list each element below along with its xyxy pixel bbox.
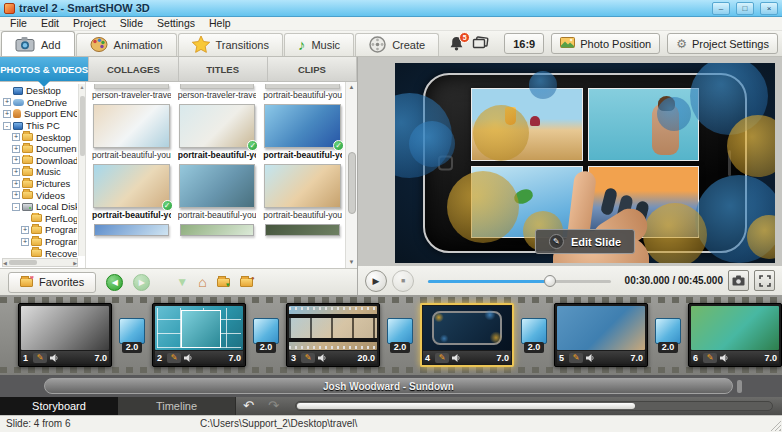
- resize-grip[interactable]: [770, 420, 781, 431]
- slide-6[interactable]: 6✎7.0: [688, 303, 782, 367]
- expander-icon[interactable]: +: [12, 168, 20, 176]
- storyboard-scrollbar[interactable]: [295, 401, 773, 411]
- expander-icon[interactable]: -: [12, 203, 20, 211]
- snapshot-button[interactable]: [728, 270, 749, 291]
- speaker-icon[interactable]: [586, 354, 595, 362]
- photo-thumbnail[interactable]: [264, 164, 341, 208]
- expander-icon[interactable]: +: [21, 238, 29, 246]
- photo-thumbnail-partial[interactable]: [94, 224, 169, 236]
- tree-hscroll-thumb[interactable]: [9, 260, 37, 265]
- ribbon-tab-add[interactable]: Add: [1, 31, 75, 56]
- expander-icon[interactable]: -: [3, 122, 11, 130]
- tree-hscrollbar[interactable]: ◀▶: [2, 258, 78, 267]
- photo-thumbnail[interactable]: ✓: [179, 104, 256, 148]
- recent-folder-icon[interactable]: ●: [240, 278, 253, 287]
- music-track[interactable]: Josh Woodward - Sundown: [44, 378, 733, 394]
- slide-4[interactable]: 4✎7.0: [420, 303, 514, 367]
- menu-project[interactable]: Project: [66, 17, 113, 30]
- edit-pencil-icon[interactable]: ✎: [435, 353, 449, 363]
- transition-3[interactable]: 2.0: [385, 318, 415, 353]
- tab-storyboard[interactable]: Storyboard: [0, 397, 118, 415]
- scroll-down-icon[interactable]: ▼: [349, 258, 355, 267]
- tree-item-desktop[interactable]: +Desktop: [2, 131, 77, 143]
- edit-pencil-icon[interactable]: ✎: [703, 353, 717, 363]
- speaker-icon[interactable]: [452, 354, 461, 362]
- ribbon-tab-transitions[interactable]: Transitions: [178, 33, 283, 56]
- photo-thumbnail[interactable]: [179, 164, 256, 208]
- fullscreen-button[interactable]: [754, 270, 775, 291]
- speaker-icon[interactable]: [720, 354, 729, 362]
- seek-slider[interactable]: [428, 274, 611, 288]
- speaker-icon[interactable]: [50, 354, 59, 362]
- tree-item-program[interactable]: +Program: [2, 236, 77, 248]
- slide-3[interactable]: 3✎20.0: [286, 303, 380, 367]
- import-folder-icon[interactable]: ▼: [217, 278, 230, 287]
- back-button[interactable]: ◀: [106, 274, 123, 291]
- photo-thumbnail[interactable]: [93, 104, 170, 148]
- aspect-ratio-button[interactable]: 16:9: [504, 33, 544, 54]
- edit-pencil-icon[interactable]: ✎: [33, 353, 47, 363]
- tab-titles[interactable]: TITLES: [179, 57, 268, 81]
- edit-pencil-icon[interactable]: ✎: [167, 353, 181, 363]
- notifications-bell-icon[interactable]: 5: [449, 36, 465, 52]
- ribbon-tab-create[interactable]: Create: [355, 33, 439, 56]
- expander-icon[interactable]: +: [12, 180, 20, 188]
- tab-timeline[interactable]: Timeline: [118, 397, 236, 415]
- expander-icon[interactable]: +: [21, 226, 29, 234]
- tree-item-music[interactable]: +Music: [2, 166, 77, 178]
- thumbnails-scrollbar[interactable]: ▲ ▼: [345, 82, 357, 268]
- play-button[interactable]: ▶: [365, 270, 387, 292]
- edit-pencil-icon[interactable]: ✎: [569, 353, 583, 363]
- tree-item-documents[interactable]: +Documents: [2, 143, 77, 155]
- tree-item-local-disk[interactable]: -Local Disk (: [2, 201, 77, 213]
- scroll-right-icon[interactable]: ▶: [73, 260, 77, 266]
- photo-thumbnail-partial[interactable]: [180, 224, 255, 236]
- stop-button[interactable]: ■: [392, 270, 414, 292]
- expander-icon[interactable]: +: [12, 133, 20, 141]
- expander-icon[interactable]: +: [12, 145, 20, 153]
- tree-item-this-pc[interactable]: -This PC: [2, 120, 77, 132]
- tree-item-downloads[interactable]: +Downloads: [2, 155, 77, 167]
- undo-icon[interactable]: ↶: [236, 397, 261, 415]
- photo-thumbnail[interactable]: ✓: [93, 164, 170, 208]
- minimize-button[interactable]: –: [712, 2, 730, 15]
- tree-item-perflogs[interactable]: +PerfLogs: [2, 213, 77, 225]
- music-track-handle[interactable]: [737, 380, 742, 393]
- slide-1[interactable]: 1✎7.0: [18, 303, 112, 367]
- tree-scrollbar-thumb[interactable]: [80, 96, 85, 156]
- forward-button[interactable]: ▶: [133, 274, 150, 291]
- edit-slide-button[interactable]: ✎ Edit Slide: [535, 229, 635, 254]
- favorites-button[interactable]: ♥ Favorites: [8, 272, 96, 293]
- edit-pencil-icon[interactable]: ✎: [301, 353, 315, 363]
- tab-clips[interactable]: CLIPS: [268, 57, 357, 81]
- menu-settings[interactable]: Settings: [150, 17, 202, 30]
- tree-item-program[interactable]: +Program: [2, 224, 77, 236]
- redo-icon[interactable]: ↷: [261, 397, 286, 415]
- slideshow-gallery-icon[interactable]: [472, 36, 489, 52]
- home-folder-icon[interactable]: ⌂: [198, 274, 206, 290]
- project-settings-button[interactable]: ⚙ Project Settings: [667, 33, 778, 54]
- expander-icon[interactable]: +: [12, 156, 20, 164]
- expander-icon[interactable]: +: [3, 110, 11, 118]
- tree-item-onedrive[interactable]: +OneDrive: [2, 97, 77, 109]
- menu-file[interactable]: File: [3, 17, 34, 30]
- tab-collages[interactable]: COLLAGES: [89, 57, 178, 81]
- scroll-up-icon[interactable]: ▲: [349, 83, 355, 92]
- ribbon-tab-animation[interactable]: Animation: [76, 33, 177, 56]
- tab-photos-videos[interactable]: PHOTOS & VIDEOS: [0, 57, 89, 81]
- photo-position-button[interactable]: Photo Position: [551, 33, 660, 54]
- add-to-project-icon[interactable]: ▼: [176, 275, 188, 289]
- menu-help[interactable]: Help: [202, 17, 238, 30]
- photo-thumbnail-partial[interactable]: [265, 224, 340, 236]
- tree-item-pictures[interactable]: +Pictures: [2, 178, 77, 190]
- close-button[interactable]: ×: [760, 2, 778, 15]
- maximize-button[interactable]: □: [736, 2, 754, 15]
- speaker-icon[interactable]: [318, 354, 327, 362]
- slide-2[interactable]: 2✎7.0: [152, 303, 246, 367]
- tree-item-support-eng[interactable]: +Support ENG: [2, 108, 77, 120]
- photo-thumbnail[interactable]: ✓: [264, 104, 341, 148]
- menu-edit[interactable]: Edit: [34, 17, 66, 30]
- seek-thumb[interactable]: [544, 275, 556, 287]
- transition-1[interactable]: 2.0: [117, 318, 147, 353]
- transition-2[interactable]: 2.0: [251, 318, 281, 353]
